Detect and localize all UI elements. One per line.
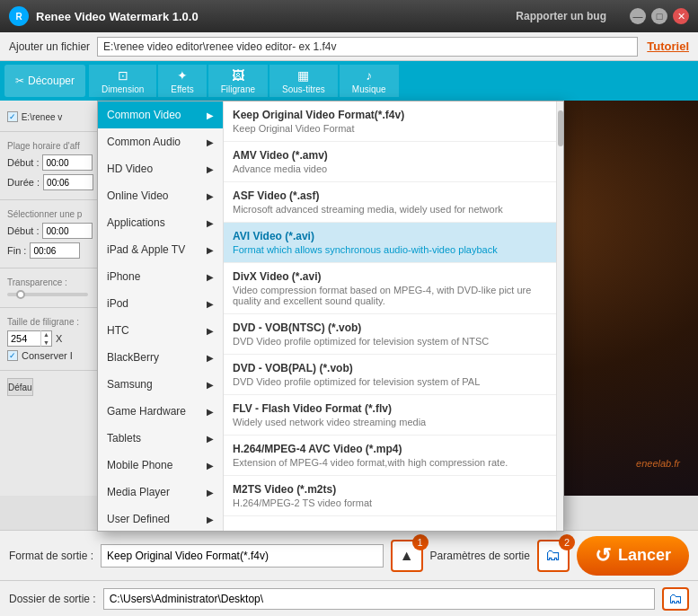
category-item-applications[interactable]: Applications ▶ xyxy=(98,209,223,236)
format-desc-divx: Video compression format based on MPEG-4… xyxy=(233,285,547,306)
format-desc-dvd-pal: DVD Video profile optimized for televisi… xyxy=(233,376,547,387)
sous-titres-tab[interactable]: ▦ Sous-titres xyxy=(269,65,338,97)
fin-label: Fin : xyxy=(7,245,26,256)
filebar: Ajouter un fichier E:\renee video editor… xyxy=(0,32,698,61)
format-flv[interactable]: FLV - Flash Video Format (*.flv) Widely … xyxy=(224,395,556,436)
format-asf[interactable]: ASF Video (*.asf) Microsoft advanced str… xyxy=(224,182,556,223)
format-avi[interactable]: AVI Video (*.avi) Format which allows sy… xyxy=(224,223,556,263)
file-checkbox-row: ✓ E:\renee v xyxy=(0,110,107,124)
scrollbar[interactable] xyxy=(556,101,563,531)
format-title-m2ts: M2TS Video (*.m2ts) xyxy=(233,483,547,496)
format-dvd-ntsc[interactable]: DVD - VOB(NTSC) (*.vob) DVD Video profil… xyxy=(224,314,556,355)
format-m2ts[interactable]: M2TS Video (*.m2ts) H.264/MPEG-2 TS vide… xyxy=(224,476,556,516)
duree-row: Durée : xyxy=(0,172,107,192)
debut2-input[interactable] xyxy=(42,223,93,239)
category-label-applications: Applications xyxy=(107,216,165,229)
effets-label: Effets xyxy=(171,84,193,94)
category-label-ipad-apple-tv: iPad & Apple TV xyxy=(107,243,185,256)
category-item-common-video[interactable]: Common Video ▶ xyxy=(98,101,223,128)
duree-input[interactable] xyxy=(43,174,93,190)
launch-button[interactable]: ↺ Lancer xyxy=(577,536,689,576)
category-item-iphone[interactable]: iPhone ▶ xyxy=(98,263,223,290)
format-dropdown: Common Video ▶ Common Audio ▶ HD Video ▶… xyxy=(97,101,564,532)
category-label-htc: HTC xyxy=(107,324,129,337)
toolbar: ✂ Découper ⊡ Dimension ✦ Effets 🖼 Filigr… xyxy=(0,61,698,101)
category-label-online-video: Online Video xyxy=(107,189,169,202)
category-arrow-game-hardware: ▶ xyxy=(207,407,214,417)
taille-arrows: ▲ ▼ xyxy=(40,330,51,347)
category-item-ipod[interactable]: iPod ▶ xyxy=(98,290,223,317)
category-item-game-hardware[interactable]: Game Hardware ▶ xyxy=(98,398,223,425)
duree-label: Durée : xyxy=(7,177,40,188)
category-item-htc[interactable]: HTC ▶ xyxy=(98,317,223,344)
category-item-samsung[interactable]: Samsung ▶ xyxy=(98,371,223,398)
tutorial-link[interactable]: Tutoriel xyxy=(647,40,689,53)
format-h264[interactable]: H.264/MPEG-4 AVC Video (*.mp4) Extension… xyxy=(224,436,556,476)
report-bug-link[interactable]: Rapporter un bug xyxy=(516,10,606,22)
category-item-hd-video[interactable]: HD Video ▶ xyxy=(98,155,223,182)
conserver-checkbox[interactable]: ✓ xyxy=(7,350,18,361)
effets-tab[interactable]: ✦ Effets xyxy=(158,65,206,97)
scrollbar-thumb[interactable] xyxy=(558,110,563,146)
dossier-browse-button[interactable]: 🗂 xyxy=(662,587,689,611)
file-path-display[interactable]: E:\renee video editor\renee video editor… xyxy=(97,37,638,57)
format-up-btn-wrapper: ▲ 1 xyxy=(391,540,423,572)
preview-watermark: eneelab.fr xyxy=(636,458,680,469)
file-checkbox[interactable]: ✓ xyxy=(7,111,18,122)
taille-up-arrow[interactable]: ▲ xyxy=(41,330,51,339)
app-window: R Renee Video Watermark 1.0.0 Rapporter … xyxy=(0,0,698,616)
dimension-tab[interactable]: ⊡ Dimension xyxy=(89,65,156,97)
format-dvd-pal[interactable]: DVD - VOB(PAL) (*.vob) DVD Video profile… xyxy=(224,355,556,395)
category-arrow-samsung: ▶ xyxy=(207,380,214,390)
close-button[interactable]: ✕ xyxy=(673,8,689,24)
category-list: Common Video ▶ Common Audio ▶ HD Video ▶… xyxy=(98,101,224,531)
file-item-section: ✓ E:\renee v xyxy=(0,106,107,128)
category-item-online-video[interactable]: Online Video ▶ xyxy=(98,182,223,209)
format-keep-original[interactable]: Keep Original Video Format(*.f4v) Keep O… xyxy=(224,101,556,142)
category-item-ipad-apple-tv[interactable]: iPad & Apple TV ▶ xyxy=(98,236,223,263)
scissors-icon: ✂ xyxy=(15,75,24,87)
debut-input[interactable] xyxy=(42,154,93,171)
minimize-button[interactable]: — xyxy=(630,8,646,24)
taille-down-arrow[interactable]: ▼ xyxy=(41,339,51,347)
category-item-mobile-phone[interactable]: Mobile Phone ▶ xyxy=(98,452,223,479)
format-desc-avi: Format which allows synchronous audio-wi… xyxy=(233,244,547,255)
filigrane-tab[interactable]: 🖼 Filigrane xyxy=(208,65,268,97)
debut2-label: Début : xyxy=(7,225,39,236)
musique-tab[interactable]: ♪ Musique xyxy=(340,65,399,97)
category-item-media-player[interactable]: Media Player ▶ xyxy=(98,479,223,506)
transparence-slider[interactable] xyxy=(7,293,88,296)
category-item-blackberry[interactable]: BlackBerry ▶ xyxy=(98,344,223,371)
format-sortie-value[interactable]: Keep Original Video Format(*.f4v) xyxy=(101,544,384,568)
app-logo: R xyxy=(9,6,29,26)
taille-row: 254 ▲ ▼ X xyxy=(0,329,107,348)
decouper-tab[interactable]: ✂ Découper xyxy=(4,65,85,97)
category-item-tablets[interactable]: Tablets ▶ xyxy=(98,425,223,452)
format-title-keep-original: Keep Original Video Format(*.f4v) xyxy=(233,109,547,121)
format-title-avi: AVI Video (*.avi) xyxy=(233,230,547,242)
category-item-user-defined[interactable]: User Defined ▶ xyxy=(98,506,223,531)
dossier-value[interactable]: C:\Users\Administrator\Desktop\ xyxy=(103,588,655,610)
plage-section: Plage horaire d'aff Début : Durée : xyxy=(0,136,107,196)
category-arrow-online-video: ▶ xyxy=(207,191,214,201)
select-label: Sélectionner une p xyxy=(0,207,107,221)
category-item-common-audio[interactable]: Common Audio ▶ xyxy=(98,128,223,155)
dimension-icon: ⊡ xyxy=(118,68,128,83)
format-title-h264: H.264/MPEG-4 AVC Video (*.mp4) xyxy=(233,443,547,455)
maximize-button[interactable]: □ xyxy=(651,8,667,24)
dossier-label: Dossier de sortie : xyxy=(9,593,96,605)
decouper-label: Découper xyxy=(28,75,75,87)
file-name-display: E:\renee v xyxy=(22,112,100,122)
bottom-format-bar: Format de sortie : Keep Original Video F… xyxy=(0,530,698,580)
taille-value: 254 xyxy=(8,333,40,344)
category-label-mobile-phone: Mobile Phone xyxy=(107,459,172,471)
format-desc-h264: Extension of MPEG-4 video format,with hi… xyxy=(233,457,547,468)
defaut-button[interactable]: Défau xyxy=(7,378,33,396)
format-amv[interactable]: AMV Video (*.amv) Advance media video xyxy=(224,142,556,182)
musique-label: Musique xyxy=(352,84,386,94)
titlebar: R Renee Video Watermark 1.0.0 Rapporter … xyxy=(0,0,698,32)
format-divx[interactable]: DivX Video (*.avi) Video compression for… xyxy=(224,263,556,314)
format-desc-dvd-ntsc: DVD Video profile optimized for televisi… xyxy=(233,336,547,347)
taille-input-box[interactable]: 254 ▲ ▼ xyxy=(7,330,52,347)
fin-input[interactable] xyxy=(30,242,80,259)
